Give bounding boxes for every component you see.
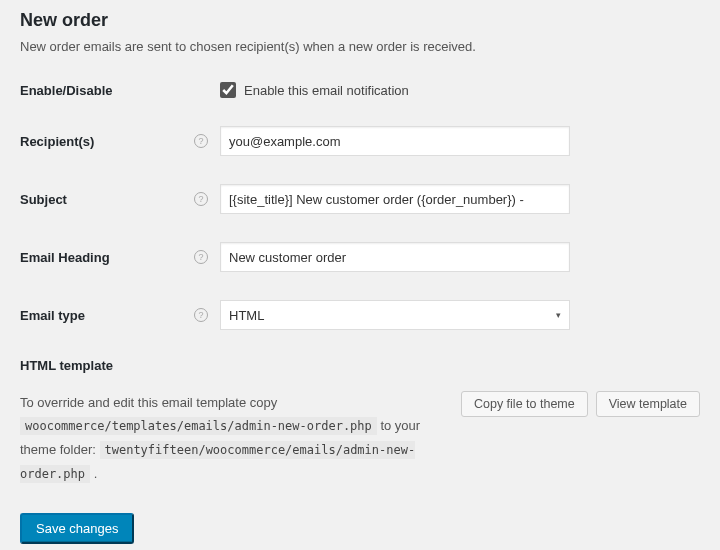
label-email-heading: Email Heading ? [20,250,220,265]
row-subject: Subject ? [20,184,700,214]
enable-checkbox-wrap[interactable]: Enable this email notification [220,82,570,98]
template-src-code: woocommerce/templates/emails/admin-new-o… [20,417,377,435]
page-title: New order [20,10,700,31]
subject-input[interactable] [220,184,570,214]
row-recipients: Recipient(s) ? [20,126,700,156]
enable-checkbox-label: Enable this email notification [244,83,409,98]
help-icon[interactable]: ? [194,134,208,148]
html-template-heading: HTML template [20,358,700,373]
template-text: To override and edit this email template… [20,391,441,485]
row-email-heading: Email Heading ? [20,242,700,272]
label-subject: Subject ? [20,192,220,207]
email-heading-input[interactable] [220,242,570,272]
help-icon[interactable]: ? [194,192,208,206]
chevron-down-icon: ▾ [556,310,561,320]
email-type-select[interactable]: HTML ▾ [220,300,570,330]
help-icon[interactable]: ? [194,250,208,264]
row-email-type: Email type ? HTML ▾ [20,300,700,330]
enable-checkbox[interactable] [220,82,236,98]
template-section: To override and edit this email template… [20,391,700,485]
row-enable-disable: Enable/Disable Enable this email notific… [20,82,700,98]
recipients-input[interactable] [220,126,570,156]
copy-file-button[interactable]: Copy file to theme [461,391,588,417]
template-buttons: Copy file to theme View template [461,391,700,417]
page-description: New order emails are sent to chosen reci… [20,39,700,54]
view-template-button[interactable]: View template [596,391,700,417]
label-enable-disable: Enable/Disable [20,83,220,98]
label-recipients: Recipient(s) ? [20,134,220,149]
help-icon[interactable]: ? [194,308,208,322]
label-email-type: Email type ? [20,308,220,323]
save-changes-button[interactable]: Save changes [20,513,134,544]
email-type-value: HTML [229,308,264,323]
